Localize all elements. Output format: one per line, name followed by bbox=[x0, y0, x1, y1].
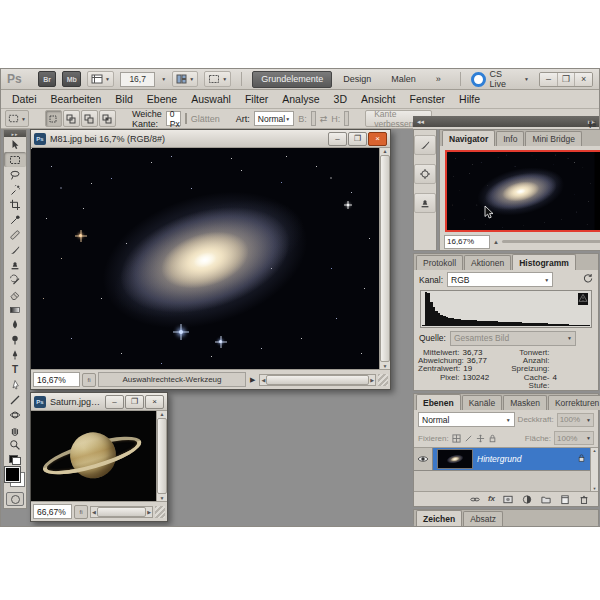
dodge-tool-button[interactable] bbox=[4, 332, 26, 347]
scroll-right-icon[interactable]: ▶ bbox=[370, 377, 374, 383]
saturn-restore-button[interactable]: ❐ bbox=[125, 395, 144, 409]
m81-restore-button[interactable]: ❐ bbox=[348, 132, 367, 146]
resize-grip[interactable] bbox=[378, 374, 388, 386]
tool-preset-button[interactable]: ▼ bbox=[5, 110, 29, 127]
brush-panel-button[interactable] bbox=[414, 135, 436, 155]
zoom-tool-button[interactable] bbox=[4, 437, 26, 452]
m81-horizontal-scrollbar[interactable]: ◀ ▶ bbox=[259, 374, 376, 386]
saturn-minimize-button[interactable]: – bbox=[105, 395, 124, 409]
type-tool-button[interactable]: T bbox=[4, 362, 26, 377]
navigator-zoom-field[interactable]: 16,67% bbox=[444, 235, 490, 249]
layer-row-hintergrund[interactable]: Hintergrund bbox=[414, 448, 590, 471]
lasso-tool-button[interactable] bbox=[4, 167, 26, 182]
delete-layer-button[interactable] bbox=[578, 494, 590, 505]
panel-tab[interactable]: Protokoll bbox=[416, 255, 463, 270]
menu-item[interactable]: Fenster bbox=[402, 90, 452, 108]
default-colors-icon[interactable] bbox=[9, 455, 21, 465]
tool-presets-panel-button[interactable] bbox=[414, 193, 436, 213]
panel-tab[interactable]: Mini Bridge bbox=[525, 131, 582, 146]
panel-tab[interactable]: Kanäle bbox=[462, 395, 502, 410]
scroll-left-icon[interactable]: ◀ bbox=[261, 377, 265, 383]
menu-item[interactable]: Ansicht bbox=[354, 90, 402, 108]
style-select[interactable]: Normal ▼ bbox=[254, 111, 294, 126]
lock-all-icon[interactable] bbox=[488, 434, 497, 443]
3d-rotate-tool-button[interactable] bbox=[4, 407, 26, 422]
panel-tab[interactable]: Korrekturen bbox=[548, 395, 600, 410]
resize-grip[interactable] bbox=[155, 506, 165, 518]
new-group-button[interactable] bbox=[540, 494, 552, 505]
link-layers-button[interactable] bbox=[469, 494, 481, 505]
line-tool-button[interactable] bbox=[4, 392, 26, 407]
lock-transparency-icon[interactable] bbox=[452, 434, 461, 443]
menu-item[interactable]: Auswahl bbox=[184, 90, 238, 108]
new-selection-button[interactable] bbox=[45, 110, 62, 127]
panel-tab[interactable]: Absatz bbox=[463, 511, 503, 526]
quick-mask-button[interactable] bbox=[6, 492, 24, 506]
workspace-button[interactable]: Grundelemente bbox=[252, 71, 332, 88]
cs-live-button[interactable]: CS Live ▼ bbox=[471, 69, 529, 89]
bridge-button[interactable]: Br bbox=[38, 71, 57, 87]
gradient-tool-button[interactable] bbox=[4, 302, 26, 317]
m81-zoom-field[interactable]: 16,67% bbox=[33, 372, 80, 387]
crop-tool-button[interactable] bbox=[4, 197, 26, 212]
saturn-vertical-scrollbar[interactable]: ▲ ▼ bbox=[156, 411, 167, 501]
workspace-button[interactable]: » bbox=[427, 71, 450, 88]
panel-tab[interactable]: Navigator bbox=[442, 130, 495, 146]
layer-visibility-toggle[interactable] bbox=[414, 448, 433, 470]
saturn-canvas[interactable] bbox=[31, 411, 156, 501]
color-swatches[interactable] bbox=[5, 467, 25, 487]
eyedropper-tool-button[interactable] bbox=[4, 212, 26, 227]
navigator-zoom-slider[interactable] bbox=[502, 240, 600, 243]
navigator-proxy-view[interactable] bbox=[445, 150, 600, 232]
m81-minimize-button[interactable]: – bbox=[328, 132, 347, 146]
menu-item[interactable]: Bild bbox=[108, 90, 140, 108]
history-brush-tool-button[interactable] bbox=[4, 272, 26, 287]
clone-source-panel-button[interactable] bbox=[414, 164, 436, 184]
m81-close-button[interactable]: × bbox=[368, 132, 387, 146]
menu-item[interactable]: Hilfe bbox=[452, 90, 487, 108]
channel-select[interactable]: RGB ▼ bbox=[447, 272, 553, 287]
move-tool-button[interactable] bbox=[4, 137, 26, 152]
feather-input[interactable]: 0 Px bbox=[166, 111, 181, 126]
new-adjustment-layer-button[interactable] bbox=[521, 494, 533, 505]
workspace-button[interactable]: Design bbox=[334, 71, 380, 88]
clone-stamp-tool-button[interactable] bbox=[4, 257, 26, 272]
menu-item[interactable]: Bearbeiten bbox=[44, 90, 109, 108]
hand-tool-button[interactable] bbox=[4, 422, 26, 437]
saturn-title-bar[interactable]: Ps Saturn.jpg bei 66,7% (... – ❐ × bbox=[31, 393, 167, 411]
panel-tab[interactable]: Zeichen bbox=[416, 510, 462, 526]
layer-style-button[interactable]: fx bbox=[488, 495, 495, 503]
quick-selection-tool-button[interactable] bbox=[4, 182, 26, 197]
intersect-selection-button[interactable] bbox=[99, 110, 116, 127]
menu-item[interactable]: Analyse bbox=[275, 90, 326, 108]
zoom-caret-icon[interactable]: ▼ bbox=[161, 76, 166, 82]
scroll-thumb[interactable] bbox=[380, 155, 390, 362]
panel-tab[interactable]: Info bbox=[496, 131, 524, 146]
panel-tab[interactable]: Aktionen bbox=[464, 255, 511, 270]
screen-mode-button[interactable]: ▼ bbox=[204, 71, 231, 87]
m81-title-bar[interactable]: Ps M81.jpg bei 16,7% (RGB/8#) – ❐ × bbox=[31, 130, 390, 148]
status-info-icon[interactable]: fi bbox=[82, 373, 96, 387]
toolbox-grip[interactable]: ▸▸ bbox=[4, 130, 26, 137]
app-zoom-level[interactable]: 16,7 bbox=[120, 72, 155, 87]
antialias-checkbox[interactable] bbox=[185, 113, 187, 124]
menu-item[interactable]: Filter bbox=[238, 90, 275, 108]
close-button[interactable]: × bbox=[574, 73, 592, 86]
collapse-dock-icon[interactable]: ◂◂ bbox=[417, 118, 424, 126]
swap-dimensions-icon[interactable]: ⇄ bbox=[320, 114, 328, 124]
scroll-thumb[interactable] bbox=[97, 507, 146, 517]
blend-mode-select[interactable]: Normal ▼ bbox=[418, 412, 515, 427]
spot-healing-brush-tool-button[interactable] bbox=[4, 227, 26, 242]
blur-tool-button[interactable] bbox=[4, 317, 26, 332]
refresh-histogram-button[interactable] bbox=[582, 273, 593, 286]
rectangular-marquee-tool-button[interactable] bbox=[4, 152, 26, 167]
scroll-thumb[interactable] bbox=[157, 418, 167, 494]
minimize-button[interactable]: – bbox=[540, 73, 557, 86]
scroll-thumb[interactable] bbox=[266, 375, 369, 385]
restore-button[interactable]: ❐ bbox=[557, 73, 575, 86]
menu-item[interactable]: Ebene bbox=[140, 90, 184, 108]
menu-item[interactable]: Datei bbox=[5, 90, 44, 108]
status-menu-arrow-icon[interactable]: ▶ bbox=[248, 376, 257, 384]
panel-tab[interactable]: Ebenen bbox=[416, 394, 461, 410]
path-selection-tool-button[interactable] bbox=[4, 377, 26, 392]
